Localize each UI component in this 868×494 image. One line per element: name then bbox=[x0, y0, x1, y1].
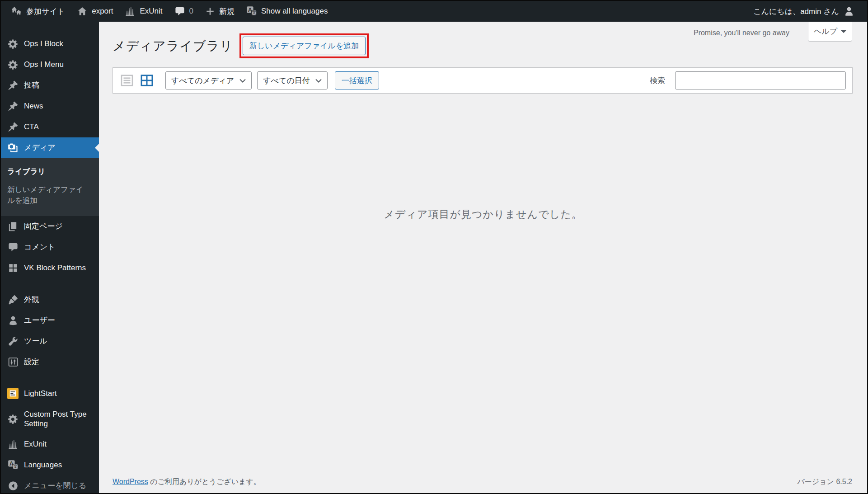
admin-bar-my-sites-label: 参加サイト bbox=[26, 6, 65, 17]
sidebar-item-label: Ops I Block bbox=[24, 39, 63, 48]
sidebar-item-label: ExUnit bbox=[24, 439, 47, 449]
admin-footer: WordPress のご利用ありがとうございます。 バージョン 6.5.2 bbox=[113, 477, 852, 487]
sidebar-item-vk-block-patterns[interactable]: VK Block Patterns bbox=[1, 258, 99, 278]
sidebar-item-news[interactable]: News bbox=[1, 96, 99, 117]
sidebar-item-languages[interactable]: A文 Languages bbox=[1, 455, 99, 475]
gear-icon bbox=[7, 59, 19, 71]
submenu-item-library[interactable]: ライブラリ bbox=[1, 163, 99, 181]
media-type-select[interactable]: すべてのメディア bbox=[165, 71, 252, 89]
promise-text: Promise, you'll never go away bbox=[694, 29, 789, 37]
admin-greeting: こんにちは、admin さん bbox=[753, 6, 839, 17]
admin-bar-my-account[interactable]: こんにちは、admin さん bbox=[747, 1, 861, 22]
lightstart-icon bbox=[7, 388, 19, 399]
grid-blocks-icon bbox=[7, 262, 19, 273]
sidebar-item-exunit[interactable]: ExUnit bbox=[1, 434, 99, 455]
admin-bar: 参加サイト export ExUnit 0 bbox=[1, 1, 867, 22]
admin-bar-right: こんにちは、admin さん bbox=[747, 1, 867, 22]
svg-text:文: 文 bbox=[252, 10, 256, 15]
sidebar-item-tools[interactable]: ツール bbox=[1, 331, 99, 352]
multisite-icon bbox=[11, 6, 22, 17]
date-filter-select-value: すべての日付 bbox=[263, 75, 310, 86]
admin-bar-site-name[interactable]: export bbox=[71, 1, 119, 22]
sidebar-item-ops-i-menu[interactable]: Ops I Menu bbox=[1, 54, 99, 75]
sidebar-item-label: ユーザー bbox=[24, 315, 55, 325]
media-icon bbox=[7, 142, 19, 154]
sidebar-item-ops-i-block[interactable]: Ops I Block bbox=[1, 33, 99, 54]
chevron-down-icon bbox=[841, 30, 846, 36]
sidebar-collapse-menu[interactable]: メニューを閉じる bbox=[1, 475, 99, 494]
bulk-select-button[interactable]: 一括選択 bbox=[335, 71, 379, 89]
chevron-down-icon bbox=[315, 79, 322, 83]
sliders-icon bbox=[7, 356, 19, 367]
sidebar-item-label: 設定 bbox=[24, 357, 39, 367]
sidebar-item-label: メディア bbox=[24, 143, 56, 152]
sidebar-item-users[interactable]: ユーザー bbox=[1, 310, 99, 331]
admin-bar-exunit[interactable]: ExUnit bbox=[119, 1, 168, 22]
sidebar-item-label: コメント bbox=[24, 242, 56, 252]
sidebar-item-comments[interactable]: コメント bbox=[1, 237, 99, 258]
add-new-media-button[interactable]: 新しいメディアファイルを追加 bbox=[243, 37, 366, 55]
sidebar-item-lightstart[interactable]: LightStart bbox=[1, 383, 99, 404]
gear-icon bbox=[7, 38, 19, 50]
search-input[interactable] bbox=[675, 71, 846, 89]
admin-bar-comments[interactable]: 0 bbox=[169, 1, 199, 22]
translate-icon: A文 bbox=[7, 459, 19, 470]
help-button[interactable]: ヘルプ bbox=[808, 22, 852, 42]
sidebar-item-posts[interactable]: 投稿 bbox=[1, 75, 99, 96]
comment-count: 0 bbox=[189, 7, 193, 16]
wrench-icon bbox=[7, 335, 19, 347]
media-submenu: ライブラリ 新しいメディアファイルを追加 bbox=[1, 158, 99, 216]
sidebar-item-label: 投稿 bbox=[24, 80, 39, 90]
grid-view-icon[interactable] bbox=[139, 73, 155, 88]
chevron-down-icon bbox=[239, 79, 246, 83]
pushpin-icon bbox=[7, 122, 19, 133]
sidebar-item-appearance[interactable]: 外観 bbox=[1, 289, 99, 310]
submenu-item-add-new-media[interactable]: 新しいメディアファイルを追加 bbox=[1, 181, 99, 210]
admin-bar-site-name-label: export bbox=[92, 7, 113, 16]
sidebar-item-label: News bbox=[24, 101, 43, 111]
no-media-found-message: メディア項目が見つかりませんでした。 bbox=[99, 207, 867, 221]
admin-bar-my-sites[interactable]: 参加サイト bbox=[5, 1, 71, 22]
sidebar-item-label: VK Block Patterns bbox=[24, 263, 86, 273]
castle-icon bbox=[125, 6, 136, 17]
sidebar-item-settings[interactable]: 設定 bbox=[1, 352, 99, 372]
sidebar-item-label: Ops I Menu bbox=[24, 60, 64, 69]
gear-icon bbox=[7, 413, 19, 424]
castle-icon bbox=[7, 438, 19, 450]
admin-bar-show-all-languages[interactable]: A文 Show all languages bbox=[240, 1, 333, 22]
sidebar-item-cta[interactable]: CTA bbox=[1, 117, 99, 137]
sidebar-item-label: 固定ページ bbox=[24, 221, 63, 231]
menu-separator bbox=[1, 278, 99, 289]
sidebar-item-label: CTA bbox=[24, 122, 39, 132]
wordpress-link[interactable]: WordPress bbox=[113, 478, 148, 485]
media-filter-toolbar: すべてのメディア すべての日付 一括選択 検索 bbox=[113, 67, 853, 94]
admin-bar-exunit-label: ExUnit bbox=[140, 7, 162, 16]
admin-bar-show-all-languages-label: Show all languages bbox=[261, 7, 328, 16]
admin-sidebar: Ops I Block Ops I Menu 投稿 News bbox=[1, 22, 99, 493]
pushpin-icon bbox=[7, 101, 19, 112]
list-view-icon[interactable] bbox=[119, 73, 135, 88]
footer-thanks-text: WordPress のご利用ありがとうございます。 bbox=[113, 477, 261, 487]
plus-icon bbox=[205, 6, 215, 16]
sidebar-item-label: LightStart bbox=[24, 389, 57, 398]
view-switcher bbox=[119, 73, 155, 88]
media-type-select-value: すべてのメディア bbox=[171, 75, 234, 86]
sidebar-item-media[interactable]: メディア bbox=[1, 137, 99, 158]
user-avatar-icon bbox=[843, 5, 855, 17]
sidebar-item-label: 外観 bbox=[24, 295, 39, 304]
sidebar-item-custom-post-type-setting[interactable]: Custom Post Type Setting bbox=[1, 404, 99, 434]
comment-icon bbox=[174, 6, 185, 17]
help-button-label: ヘルプ bbox=[814, 26, 837, 37]
admin-bar-new-content[interactable]: 新規 bbox=[199, 1, 240, 22]
brush-icon bbox=[7, 294, 19, 305]
sidebar-item-pages[interactable]: 固定ページ bbox=[1, 216, 99, 237]
svg-text:文: 文 bbox=[13, 464, 17, 469]
date-filter-select[interactable]: すべての日付 bbox=[257, 71, 328, 89]
translate-icon: A文 bbox=[246, 6, 257, 17]
home-icon bbox=[77, 6, 88, 17]
footer-thanks-rest: のご利用ありがとうございます。 bbox=[148, 478, 261, 485]
user-icon bbox=[7, 315, 19, 326]
media-library-page: Promise, you'll never go away ヘルプ メディアライ… bbox=[99, 22, 867, 493]
search-label: 検索 bbox=[650, 75, 665, 86]
menu-separator bbox=[1, 372, 99, 383]
